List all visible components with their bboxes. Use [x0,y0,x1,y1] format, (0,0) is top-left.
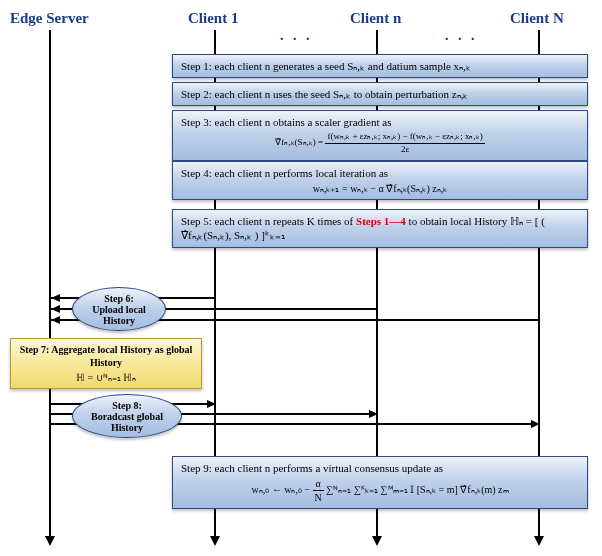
step-5-red: Steps 1—4 [356,215,406,227]
step-7-math: ℍ = ∪ᴺₙ₌₁ ℍₙ [17,371,195,384]
step-3-text: Step 3: each client n obtains a scaler g… [181,116,391,128]
step-4-box: Step 4: each client n performs local ite… [172,161,588,200]
lifeline-clientN-arrow [534,536,544,546]
step-4-math: wₙ,ₖ₊₁ = wₙ,ₖ − α ∇̂fₙ,ₖ(Sₙ,ₖ) zₙ,ₖ [181,182,579,195]
header-client-n: Client n [350,10,401,27]
step-4-text: Step 4: each client n performs local ite… [181,167,388,179]
step-9-text: Step 9: each client n performs a virtual… [181,462,443,474]
step-7-box: Step 7: Aggregate local History as globa… [10,338,202,389]
step-5-text-b: to obtain local History [406,215,507,227]
step-3-math: ∇̂fₙ,ₖ(Sₙ,ₖ) = f(wₙ,ₖ + εzₙ,ₖ; xₙ,ₖ) − f… [181,131,579,155]
header-client-N: Client N [510,10,564,27]
lifeline-edge [49,30,51,538]
step-7-text: Step 7: Aggregate local History as globa… [17,343,195,369]
upload-arrow-N [51,316,60,324]
diagram-canvas: Edge Server Client 1 Client n Client N .… [10,10,592,546]
header-edge-server: Edge Server [10,10,89,27]
broadcast-arrow-n [369,410,378,418]
upload-arrow-1 [51,294,60,302]
ellipsis-2: . . . [445,28,478,44]
step-5-box: Step 5: each client n repeats K times of… [172,209,588,248]
step-1-text: Step 1: each client n generates a seed S… [181,60,471,72]
broadcast-arrow-1 [207,400,216,408]
step-5-text-a: Step 5: each client n repeats K times of [181,215,356,227]
step-3-box: Step 3: each client n obtains a scaler g… [172,110,588,161]
lifeline-client1-arrow [210,536,220,546]
step-6-oval: Step 6: Upload local History [72,287,166,331]
lifeline-edge-arrow [45,536,55,546]
step-9-math: wₙ,₀ ← wₙ,₀ − αN ∑ᴺₙ₌₁ ∑ᴷₖ₌₁ ∑ᴹₘ₌₁ 𝕀 [Sₙ… [181,477,579,504]
ellipsis-1: . . . [280,28,313,44]
step-6-text: Step 6: Upload local History [92,293,146,326]
step-9-box: Step 9: each client n performs a virtual… [172,456,588,509]
header-client-1: Client 1 [188,10,238,27]
upload-arrow-n [51,305,60,313]
broadcast-arrow-N [531,420,540,428]
step-8-oval: Step 8: Boradcast global History [72,394,182,438]
step-1-box: Step 1: each client n generates a seed S… [172,54,588,78]
step-2-text: Step 2: each client n uses the seed Sₙ,ₖ… [181,88,468,100]
step-8-text: Step 8: Boradcast global History [91,400,163,433]
lifeline-clientn-arrow [372,536,382,546]
step-2-box: Step 2: each client n uses the seed Sₙ,ₖ… [172,82,588,106]
